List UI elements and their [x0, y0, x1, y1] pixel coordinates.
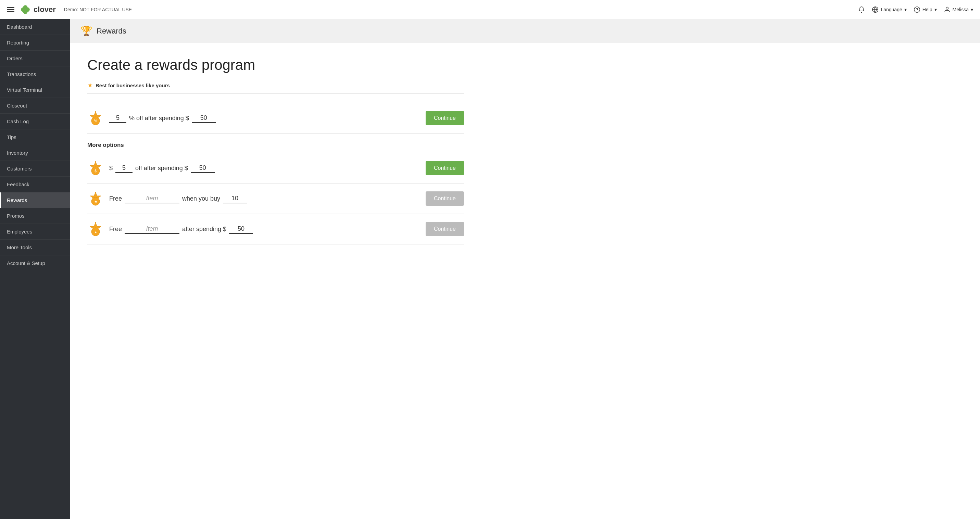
clover-icon: [20, 4, 31, 15]
page-header-title: Rewards: [97, 27, 126, 36]
percent-reward-continue-button[interactable]: Continue: [426, 111, 464, 125]
when-you-buy-label: when you buy: [182, 195, 220, 202]
sidebar-item-tips[interactable]: Tips: [0, 129, 70, 145]
star-icon: ★: [88, 81, 93, 89]
svg-point-7: [914, 6, 920, 12]
dollar-reward-icon: $: [88, 160, 104, 176]
dollar-off-reward-row: $ $ off after spending $ Continue: [88, 153, 464, 184]
more-options-title: More options: [88, 136, 464, 153]
free-prefix-1: Free: [109, 195, 122, 202]
svg-point-4: [24, 8, 27, 11]
svg-text:$: $: [94, 169, 97, 173]
user-name: Melissa: [953, 7, 969, 12]
primary-divider: [88, 93, 464, 94]
free-item-spend-icon: ★: [88, 221, 104, 237]
free-prefix-2: Free: [109, 225, 122, 233]
dollar-off-label: off after spending $: [135, 165, 188, 172]
help-label: Help: [923, 7, 932, 12]
svg-text:★: ★: [94, 200, 97, 203]
dollar-off-continue-button[interactable]: Continue: [426, 161, 464, 175]
clover-brand-text: clover: [33, 5, 56, 14]
notification-button[interactable]: [858, 6, 865, 13]
sidebar-item-inventory[interactable]: Inventory: [0, 145, 70, 161]
sidebar-item-closeout[interactable]: Closeout: [0, 98, 70, 114]
sidebar-item-customers[interactable]: Customers: [0, 161, 70, 177]
rewards-trophy-icon: 🏆: [81, 25, 92, 37]
help-button[interactable]: Help ▾: [913, 6, 937, 13]
percent-spend-value-input[interactable]: [192, 114, 216, 123]
user-chevron: ▾: [971, 7, 973, 12]
svg-rect-5: [25, 12, 26, 14]
help-chevron: ▾: [934, 7, 937, 12]
best-for-section: ★ Best for businesses like yours: [88, 81, 464, 89]
sidebar: DashboardReportingOrdersTransactionsVirt…: [0, 19, 70, 519]
dollar-off-spend-input[interactable]: [191, 163, 215, 173]
sidebar-item-employees[interactable]: Employees: [0, 224, 70, 240]
dollar-off-value-input[interactable]: [115, 163, 132, 173]
free-item-buy-row: ★ Free when you buy Continue: [88, 184, 464, 214]
free-item-spend-value-input[interactable]: [229, 225, 253, 234]
percent-reward-icon: %: [88, 110, 104, 126]
clover-logo: clover: [20, 4, 56, 15]
free-item-buy-item-input[interactable]: [125, 194, 180, 203]
free-item-spend-continue-button[interactable]: Continue: [426, 222, 464, 236]
percent-reward-row: % % off after spending $ Continue: [88, 103, 464, 133]
free-item-buy-continue-button[interactable]: Continue: [426, 191, 464, 206]
page-header: 🏆 Rewards: [70, 19, 980, 43]
percent-reward-content: % off after spending $: [109, 114, 420, 123]
best-for-text: Best for businesses like yours: [95, 83, 170, 88]
svg-text:★: ★: [94, 231, 97, 234]
dollar-off-content: $ off after spending $: [109, 163, 420, 173]
language-button[interactable]: Language ▾: [872, 6, 906, 13]
free-item-buy-qty-input[interactable]: [223, 194, 247, 203]
percent-value-input[interactable]: [109, 114, 126, 123]
sidebar-item-promos[interactable]: Promos: [0, 208, 70, 224]
sidebar-item-cash-log[interactable]: Cash Log: [0, 114, 70, 129]
hamburger-menu[interactable]: [7, 7, 14, 12]
dollar-prefix: $: [109, 165, 113, 172]
top-nav: clover Demo: NOT FOR ACTUAL USE Language…: [0, 0, 980, 19]
sidebar-item-more-tools[interactable]: More Tools: [0, 240, 70, 256]
main-content: 🏆 Rewards Create a rewards program ★ Bes…: [70, 19, 980, 519]
free-item-spend-row: ★ Free after spending $ Continue: [88, 214, 464, 244]
more-options-section: More options $ $ off after spending $: [88, 136, 464, 244]
language-label: Language: [881, 7, 902, 12]
sidebar-item-reporting[interactable]: Reporting: [0, 35, 70, 51]
user-menu-button[interactable]: Melissa ▾: [944, 6, 973, 13]
free-item-buy-content: Free when you buy: [109, 194, 420, 203]
language-chevron: ▾: [904, 7, 907, 12]
svg-point-9: [946, 7, 948, 9]
free-item-buy-icon: ★: [88, 190, 104, 207]
page-title: Create a rewards program: [88, 57, 464, 73]
free-item-spend-content: Free after spending $: [109, 225, 420, 234]
free-item-spend-item-input[interactable]: [125, 225, 180, 234]
percent-label-text: % off after spending $: [129, 115, 189, 122]
demo-banner: Demo: NOT FOR ACTUAL USE: [64, 7, 132, 12]
after-spending-label: after spending $: [182, 225, 226, 233]
sidebar-item-transactions[interactable]: Transactions: [0, 67, 70, 82]
sidebar-item-dashboard[interactable]: Dashboard: [0, 19, 70, 35]
sidebar-item-orders[interactable]: Orders: [0, 51, 70, 67]
sidebar-item-feedback[interactable]: Feedback: [0, 177, 70, 192]
sidebar-item-account-setup[interactable]: Account & Setup: [0, 256, 70, 271]
sidebar-item-rewards[interactable]: Rewards: [0, 192, 70, 208]
sidebar-item-virtual-terminal[interactable]: Virtual Terminal: [0, 82, 70, 98]
svg-text:%: %: [94, 119, 97, 123]
